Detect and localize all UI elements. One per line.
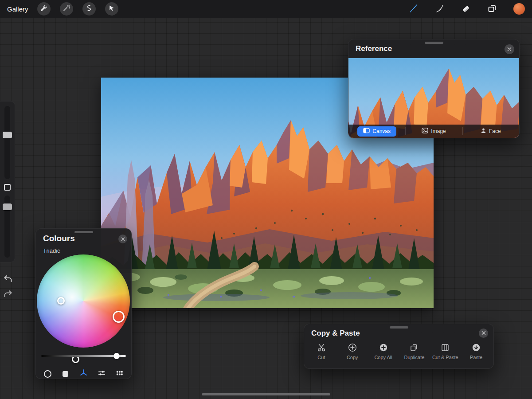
selection-button[interactable] [82,2,96,16]
tab-canvas[interactable]: Canvas [348,125,405,138]
selection-s-icon [85,4,93,13]
paste-label: Paste [470,355,482,360]
copy-paste-title: Copy & Paste [311,329,360,338]
paste-button[interactable]: Paste [461,342,492,367]
scissors-icon [317,342,326,353]
close-icon [481,330,486,336]
duplicate-icon [409,342,419,353]
copy-plus-icon [348,342,357,353]
copy-paste-drag-handle[interactable] [390,326,408,329]
transform-arrow-icon [108,4,115,13]
cut-and-paste-button[interactable]: Cut & Paste [430,342,461,367]
cut-label: Cut [317,355,325,360]
eraser-tool-button[interactable] [461,4,471,15]
redo-button[interactable] [3,289,13,300]
mode-harmony-button[interactable] [78,368,89,379]
gallery-button[interactable]: Gallery [7,5,28,13]
brush-size-slider[interactable] [4,106,10,179]
brush-size-handle[interactable] [3,132,12,138]
palettes-grid-icon [115,369,124,379]
mode-value-button[interactable] [96,368,107,379]
smudge-icon [435,4,445,15]
transform-button[interactable] [105,2,118,16]
tab-canvas-label: Canvas [372,128,391,134]
smudge-tool-button[interactable] [435,4,445,15]
app-background: Gallery [0,0,532,399]
tab-face[interactable]: Face [462,125,519,138]
copy-paste-close-button[interactable] [479,329,488,338]
layers-icon [487,4,497,15]
wrench-icon [40,4,47,13]
copy-label: Copy [347,355,358,360]
brightness-slider[interactable] [41,355,126,357]
face-icon [481,128,486,135]
copy-paste-actions: Cut Copy Copy All Duplicate [306,342,492,367]
adjustments-button[interactable] [60,2,73,16]
close-icon [121,236,125,243]
tab-image-label: Image [431,128,446,134]
reference-close-button[interactable] [505,44,514,54]
primary-color-selector[interactable] [113,311,125,323]
paste-icon [471,342,481,353]
magic-wand-icon [63,4,70,13]
copy-button[interactable]: Copy [337,342,368,367]
brightness-slider-knob[interactable] [113,353,120,359]
cut-and-paste-label: Cut & Paste [432,355,458,360]
harmony-icon [79,368,88,379]
eraser-icon [461,4,471,15]
image-icon [422,128,428,135]
reference-image[interactable]: Canvas Image Face [348,58,519,138]
color-swatch-button[interactable] [513,3,525,15]
copy-all-label: Copy All [374,355,392,360]
reference-drag-handle[interactable] [425,42,443,44]
duplicate-label: Duplicate [404,355,424,360]
cut-button[interactable]: Cut [306,342,337,367]
tab-face-label: Face [489,128,501,134]
cut-paste-icon [440,342,450,353]
harmony-mode-label[interactable]: Triadic [43,247,60,254]
colours-drag-handle[interactable] [74,231,93,233]
colour-mode-bar [39,368,129,379]
color-wheel[interactable] [37,254,130,348]
brush-sidebar [0,101,15,262]
close-icon [507,46,512,53]
undo-button[interactable] [3,274,13,285]
copy-paste-panel: Copy & Paste Cut Copy [304,324,494,369]
reference-title: Reference [356,44,392,53]
brush-opacity-handle[interactable] [3,203,12,210]
undo-icon [3,278,13,285]
actions-button[interactable] [37,2,51,16]
top-toolbar: Gallery [0,0,532,18]
copy-all-button[interactable]: Copy All [368,342,399,367]
home-indicator[interactable] [202,393,330,395]
tab-image[interactable]: Image [405,125,462,138]
mode-disc-button[interactable] [42,368,53,379]
layers-button[interactable] [487,4,497,15]
colours-title: Colours [43,234,75,243]
duplicate-button[interactable]: Duplicate [399,342,430,367]
canvas-icon [363,128,370,135]
reference-tab-bar: Canvas Image Face [348,125,519,138]
colours-panel: Colours Triadic [35,228,132,379]
copy-all-icon [379,342,388,353]
disc-icon [44,370,51,378]
triadic-color-selector-1[interactable] [57,297,65,305]
active-color-swatch [513,3,525,15]
redo-icon [3,293,13,300]
brush-tool-button[interactable] [409,4,419,15]
mode-classic-button[interactable] [60,368,71,379]
classic-icon [63,371,68,377]
mode-palettes-button[interactable] [114,368,125,379]
modify-button[interactable] [4,184,11,191]
reference-panel: Reference Canvas [348,39,520,138]
value-sliders-icon [98,369,106,379]
colours-close-button[interactable] [118,235,127,243]
brush-icon [409,4,419,15]
